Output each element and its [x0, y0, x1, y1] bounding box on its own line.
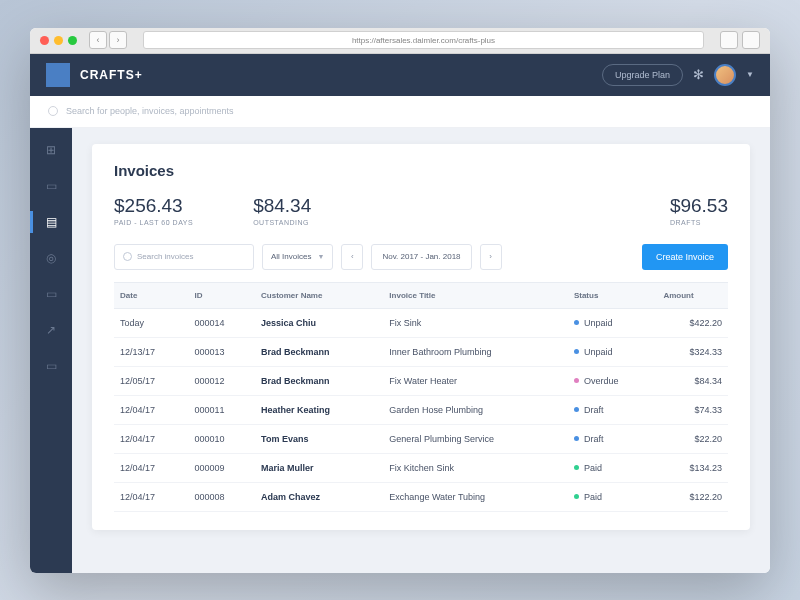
forward-button[interactable]: ›	[109, 31, 127, 49]
global-search[interactable]: Search for people, invoices, appointment…	[30, 96, 770, 128]
cell-title: Fix Kitchen Sink	[383, 453, 568, 482]
share-icon[interactable]	[720, 31, 738, 49]
cell-title: Garden Hose Plumbing	[383, 395, 568, 424]
search-icon	[123, 252, 132, 261]
stat-paid-label: PAID - LAST 60 DAYS	[114, 219, 193, 226]
cell-customer: Tom Evans	[255, 424, 383, 453]
status-dot-icon	[574, 349, 579, 354]
cell-id: 000012	[188, 366, 255, 395]
stat-paid: $256.43 PAID - LAST 60 DAYS	[114, 195, 193, 226]
app-header: CRAFTS+ Upgrade Plan ✻ ▼	[30, 54, 770, 96]
sidebar-archive-icon[interactable]: ▭	[43, 358, 59, 374]
stat-drafts-value: $96.53	[670, 195, 728, 217]
cell-title: General Plumbing Service	[383, 424, 568, 453]
url-bar[interactable]: https://aftersales.daimler.com/crafts-pl…	[143, 31, 704, 49]
cell-date: 12/05/17	[114, 366, 188, 395]
cell-title: Fix Water Heater	[383, 366, 568, 395]
col-title[interactable]: Invoice Title	[383, 282, 568, 308]
stat-outstanding: $84.34 OUTSTANDING	[253, 195, 311, 226]
upgrade-plan-button[interactable]: Upgrade Plan	[602, 64, 683, 86]
table-row[interactable]: 12/13/17000013Brad BeckmannInner Bathroo…	[114, 337, 728, 366]
chevron-down-icon[interactable]: ▼	[746, 70, 754, 79]
cell-date: 12/04/17	[114, 453, 188, 482]
cell-customer: Jessica Chiu	[255, 308, 383, 337]
status-dot-icon	[574, 465, 579, 470]
sidebar: ⊞ ▭ ▤ ◎ ▭ ↗ ▭	[30, 128, 72, 573]
page-title: Invoices	[114, 162, 728, 179]
cell-amount: $22.20	[657, 424, 728, 453]
cell-date: 12/13/17	[114, 337, 188, 366]
sidebar-customers-icon[interactable]: ◎	[43, 250, 59, 266]
status-dot-icon	[574, 320, 579, 325]
cell-status: Unpaid	[568, 337, 658, 366]
invoices-table: Date ID Customer Name Invoice Title Stat…	[114, 282, 728, 512]
close-window-button[interactable]	[40, 36, 49, 45]
status-dot-icon	[574, 407, 579, 412]
cell-amount: $422.20	[657, 308, 728, 337]
traffic-lights	[40, 36, 77, 45]
browser-chrome: ‹ › https://aftersales.daimler.com/craft…	[30, 28, 770, 54]
col-amount[interactable]: Amount	[657, 282, 728, 308]
table-row[interactable]: 12/04/17000008Adam ChavezExchange Water …	[114, 482, 728, 511]
cell-date: 12/04/17	[114, 395, 188, 424]
col-status[interactable]: Status	[568, 282, 658, 308]
cell-status: Paid	[568, 482, 658, 511]
cell-title: Inner Bathroom Plumbing	[383, 337, 568, 366]
sidebar-reports-icon[interactable]: ▭	[43, 286, 59, 302]
browser-window: ‹ › https://aftersales.daimler.com/craft…	[30, 28, 770, 573]
sidebar-invoices-icon[interactable]: ▤	[43, 214, 59, 230]
filter-dropdown[interactable]: All Invoices ▼	[262, 244, 333, 270]
sidebar-dashboard-icon[interactable]: ⊞	[43, 142, 59, 158]
stat-outstanding-label: OUTSTANDING	[253, 219, 311, 226]
col-id[interactable]: ID	[188, 282, 255, 308]
invoice-search-input[interactable]: Search invoices	[114, 244, 254, 270]
date-range[interactable]: Nov. 2017 - Jan. 2018	[371, 244, 471, 270]
sidebar-calendar-icon[interactable]: ▭	[43, 178, 59, 194]
stat-drafts-label: DRAFTS	[670, 219, 728, 226]
cell-customer: Adam Chavez	[255, 482, 383, 511]
create-invoice-button[interactable]: Create Invoice	[642, 244, 728, 270]
cell-status: Paid	[568, 453, 658, 482]
cell-date: 12/04/17	[114, 424, 188, 453]
table-row[interactable]: 12/05/17000012Brad BeckmannFix Water Hea…	[114, 366, 728, 395]
date-prev-button[interactable]: ‹	[341, 244, 363, 270]
back-button[interactable]: ‹	[89, 31, 107, 49]
logo-icon	[46, 63, 70, 87]
table-row[interactable]: 12/04/17000010Tom EvansGeneral Plumbing …	[114, 424, 728, 453]
cell-amount: $74.33	[657, 395, 728, 424]
col-date[interactable]: Date	[114, 282, 188, 308]
avatar[interactable]	[714, 64, 736, 86]
minimize-window-button[interactable]	[54, 36, 63, 45]
date-next-button[interactable]: ›	[480, 244, 502, 270]
cell-status: Draft	[568, 424, 658, 453]
cell-amount: $134.23	[657, 453, 728, 482]
brand-name: CRAFTS+	[80, 68, 143, 82]
table-row[interactable]: 12/04/17000009Maria MullerFix Kitchen Si…	[114, 453, 728, 482]
search-icon	[48, 106, 58, 116]
cell-customer: Maria Muller	[255, 453, 383, 482]
maximize-window-button[interactable]	[68, 36, 77, 45]
stat-paid-value: $256.43	[114, 195, 193, 217]
table-controls: Search invoices All Invoices ▼ ‹ Nov. 20…	[114, 244, 728, 270]
cell-amount: $84.34	[657, 366, 728, 395]
content-area: Invoices $256.43 PAID - LAST 60 DAYS $84…	[72, 128, 770, 573]
nav-arrows: ‹ ›	[89, 31, 127, 49]
cell-id: 000009	[188, 453, 255, 482]
sidebar-export-icon[interactable]: ↗	[43, 322, 59, 338]
status-dot-icon	[574, 436, 579, 441]
table-row[interactable]: Today000014Jessica ChiuFix SinkUnpaid$42…	[114, 308, 728, 337]
stat-drafts: $96.53 DRAFTS	[670, 195, 728, 226]
stat-outstanding-value: $84.34	[253, 195, 311, 217]
cell-date: Today	[114, 308, 188, 337]
cell-id: 000014	[188, 308, 255, 337]
cell-title: Fix Sink	[383, 308, 568, 337]
table-row[interactable]: 12/04/17000011Heather KeatingGarden Hose…	[114, 395, 728, 424]
col-customer[interactable]: Customer Name	[255, 282, 383, 308]
cell-title: Exchange Water Tubing	[383, 482, 568, 511]
main-area: ⊞ ▭ ▤ ◎ ▭ ↗ ▭ Invoices $256.43 PAID - LA…	[30, 128, 770, 573]
cell-id: 000013	[188, 337, 255, 366]
cell-amount: $122.20	[657, 482, 728, 511]
settings-icon[interactable]: ✻	[693, 67, 704, 82]
tabs-icon[interactable]	[742, 31, 760, 49]
status-dot-icon	[574, 494, 579, 499]
